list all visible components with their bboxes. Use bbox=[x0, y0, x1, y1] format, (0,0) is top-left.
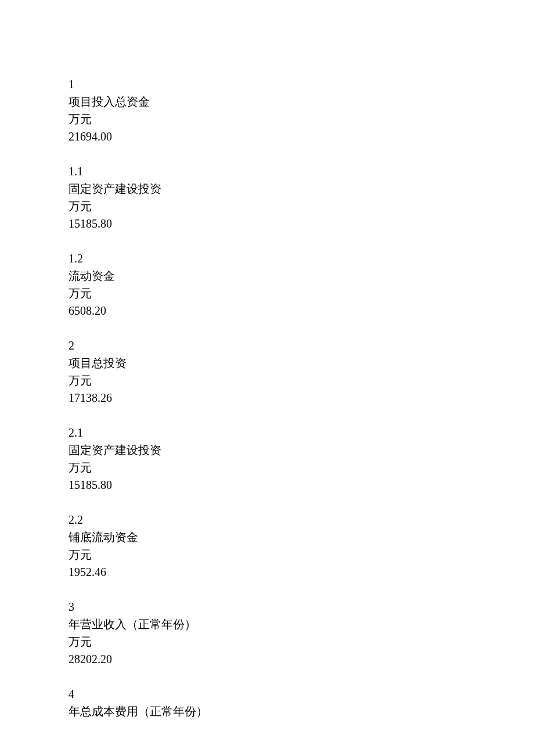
item-unit: 万元 bbox=[68, 110, 475, 128]
item-number: 2.2 bbox=[68, 511, 475, 528]
item-unit: 万元 bbox=[68, 633, 475, 650]
item-unit: 万元 bbox=[68, 372, 475, 389]
item-name: 年总成本费用（正常年份） bbox=[68, 703, 475, 720]
item-number: 2.1 bbox=[68, 424, 475, 441]
item-value: 15185.80 bbox=[68, 215, 475, 232]
item-unit: 万元 bbox=[68, 285, 475, 302]
item-unit: 万元 bbox=[68, 197, 475, 215]
item-unit: 万元 bbox=[68, 459, 475, 476]
item-name: 流动资金 bbox=[68, 267, 475, 285]
item-value: 28202.20 bbox=[68, 650, 475, 668]
item-name: 年营业收入（正常年份） bbox=[68, 615, 475, 633]
item-1: 1 项目投入总资金 万元 21694.00 bbox=[68, 75, 475, 145]
item-3: 3 年营业收入（正常年份） 万元 28202.20 bbox=[68, 598, 475, 668]
item-number: 1.1 bbox=[68, 163, 475, 180]
item-4: 4 年总成本费用（正常年份） bbox=[68, 685, 475, 720]
item-number: 3 bbox=[68, 598, 475, 615]
item-1-2: 1.2 流动资金 万元 6508.20 bbox=[68, 250, 475, 319]
item-name: 固定资产建设投资 bbox=[68, 441, 475, 459]
item-value: 6508.20 bbox=[68, 302, 475, 319]
item-1-1: 1.1 固定资产建设投资 万元 15185.80 bbox=[68, 163, 475, 232]
item-name: 项目投入总资金 bbox=[68, 93, 475, 110]
item-number: 4 bbox=[68, 685, 475, 703]
item-number: 1.2 bbox=[68, 250, 475, 267]
item-value: 15185.80 bbox=[68, 476, 475, 494]
item-unit: 万元 bbox=[68, 546, 475, 563]
item-2-2: 2.2 铺底流动资金 万元 1952.46 bbox=[68, 511, 475, 581]
item-name: 固定资产建设投资 bbox=[68, 180, 475, 197]
item-2: 2 项目总投资 万元 17138.26 bbox=[68, 337, 475, 406]
document-page: 1 项目投入总资金 万元 21694.00 1.1 固定资产建设投资 万元 15… bbox=[0, 0, 475, 720]
item-number: 2 bbox=[68, 337, 475, 354]
item-number: 1 bbox=[68, 75, 475, 93]
item-2-1: 2.1 固定资产建设投资 万元 15185.80 bbox=[68, 424, 475, 494]
item-name: 项目总投资 bbox=[68, 354, 475, 372]
item-value: 1952.46 bbox=[68, 563, 475, 581]
item-value: 17138.26 bbox=[68, 389, 475, 406]
item-value: 21694.00 bbox=[68, 128, 475, 145]
item-name: 铺底流动资金 bbox=[68, 528, 475, 546]
